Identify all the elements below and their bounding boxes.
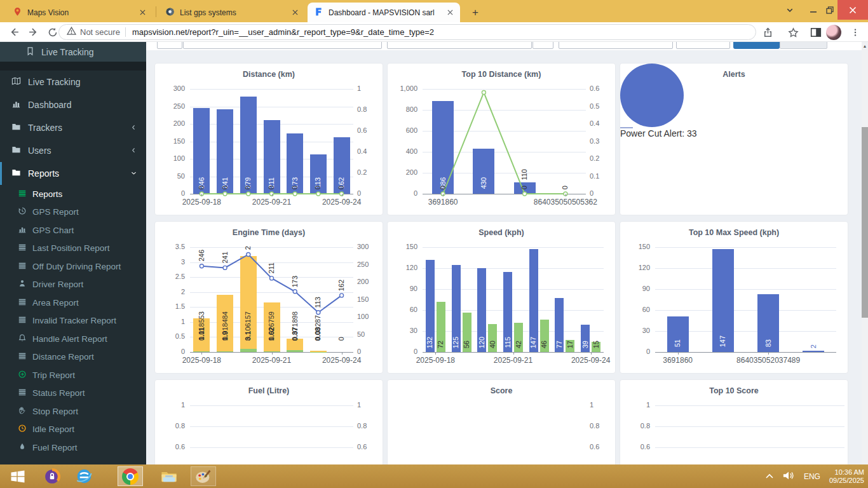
sidebar-item-trackers[interactable]: Trackers bbox=[0, 116, 146, 139]
page-scrollbar[interactable]: ▲ bbox=[862, 42, 868, 464]
data-label: 0 bbox=[560, 186, 570, 189]
sidebar-subitem-distance-report[interactable]: Distance Report bbox=[0, 348, 146, 367]
chart-card-speed: Speed (kph)15012090603001327212556120401… bbox=[387, 221, 616, 374]
language-indicator[interactable]: ENG bbox=[804, 472, 820, 481]
omnibox-divider bbox=[125, 27, 126, 37]
back-icon[interactable] bbox=[6, 24, 22, 40]
tab-list-gps-systems[interactable]: List gps systems bbox=[159, 3, 305, 22]
data-label: 39 bbox=[581, 341, 590, 348]
security-app-icon[interactable] bbox=[39, 466, 65, 486]
sidebar-item-users[interactable]: Users bbox=[0, 139, 146, 162]
tab-divider bbox=[156, 6, 156, 17]
x-axis-label: 2025-09-24 bbox=[297, 198, 383, 207]
sidebar-subitem-idle-report[interactable]: Idle Report bbox=[0, 421, 146, 439]
menu-kebab-icon[interactable] bbox=[848, 25, 863, 40]
sidebar-item-live-tracking[interactable]: Live Tracking bbox=[0, 71, 146, 93]
internet-explorer-icon[interactable] bbox=[71, 466, 97, 486]
browser-tab-strip: Maps Vision List gps systems Dashboard -… bbox=[0, 0, 868, 22]
list-icon bbox=[18, 243, 27, 254]
x-axis-label: 3691860 bbox=[634, 356, 722, 365]
tab-close-icon[interactable] bbox=[137, 8, 147, 18]
data-label: 246 bbox=[197, 250, 207, 261]
chrome-icon[interactable] bbox=[118, 466, 143, 486]
share-icon[interactable] bbox=[760, 25, 775, 40]
new-tab-button[interactable]: + bbox=[468, 5, 483, 20]
line-series-zero-line bbox=[155, 64, 383, 215]
address-bar[interactable]: Not secure mapsvision.net/report?r_uin=_… bbox=[58, 24, 756, 40]
tab-close-icon[interactable] bbox=[290, 8, 300, 18]
tab-dashboard-active[interactable]: Dashboard - MAPSVISION sarl bbox=[308, 3, 460, 22]
filter-secondary-button[interactable] bbox=[780, 42, 827, 49]
data-label: 17 bbox=[566, 341, 575, 348]
sidebar-subitem-driver-report[interactable]: Driver Report bbox=[0, 276, 146, 294]
sidebar-subitem-gps-report[interactable]: GPS Report bbox=[0, 203, 146, 222]
sidebar-header[interactable]: Live Tracking bbox=[0, 42, 146, 62]
list-icon bbox=[18, 261, 27, 272]
scrollbar-thumb[interactable] bbox=[862, 127, 868, 318]
chart-plot[interactable]: 30025020015010050010.80.60.40.2024624127… bbox=[155, 64, 383, 215]
sidebar-subitem-trip-report[interactable]: Trip Report bbox=[0, 366, 146, 384]
maps-vision-favicon bbox=[13, 7, 22, 18]
profile-avatar[interactable] bbox=[826, 25, 841, 40]
speaker-icon[interactable] bbox=[782, 470, 795, 484]
left-axis-tick: 0.8 bbox=[155, 422, 185, 431]
sidebar-subitem-off-duty-driving-report[interactable]: Off Duty Driving Report bbox=[0, 257, 146, 276]
filter-input[interactable] bbox=[532, 42, 553, 49]
bookmark-star-icon[interactable] bbox=[785, 25, 801, 40]
list-icon bbox=[18, 351, 27, 362]
chart-plot[interactable]: 1501209060300132721255612040115421474677… bbox=[388, 222, 616, 374]
chart-plot[interactable]: Power Cut Alert: 33 bbox=[620, 64, 848, 215]
file-explorer-icon[interactable] bbox=[156, 466, 182, 486]
screen: { "browser": { "tabs": [ {"title": "Maps… bbox=[0, 0, 868, 488]
forward-icon[interactable] bbox=[25, 24, 41, 40]
x-axis-label: 3691860 bbox=[398, 198, 487, 207]
scroll-up-arrow-icon[interactable]: ▲ bbox=[862, 44, 868, 48]
blue-f-favicon bbox=[314, 7, 323, 18]
chart-plot[interactable]: 1501209060300511478323691860864035052037… bbox=[620, 222, 848, 374]
sidebar-subitem-invalid-tracker-report[interactable]: Invalid Tracker Report bbox=[0, 312, 146, 330]
data-label: 42 bbox=[514, 341, 524, 348]
tab-maps-vision[interactable]: Maps Vision bbox=[6, 3, 153, 22]
filter-input[interactable] bbox=[676, 42, 730, 49]
grid-line bbox=[190, 447, 353, 448]
chart-card-top10-score: Top 10 Score10.80.6 bbox=[620, 379, 848, 464]
sidebar-subitem-reports[interactable]: Reports bbox=[0, 185, 146, 203]
chart-plot[interactable]: 10.80.6 bbox=[388, 380, 616, 464]
filter-input[interactable] bbox=[559, 42, 673, 49]
paint-icon[interactable] bbox=[191, 466, 216, 486]
side-panel-icon[interactable] bbox=[808, 25, 824, 40]
start-button[interactable] bbox=[5, 466, 31, 486]
filter-submit-button[interactable] bbox=[733, 42, 780, 49]
sidebar-subitem-area-report[interactable]: Area Report bbox=[0, 294, 146, 312]
minimize-button[interactable] bbox=[804, 0, 822, 20]
sidebar-subitem-stop-report[interactable]: Stop Report bbox=[0, 402, 146, 421]
chart-card-fuel: Fuel (Litre)10.80.610.80.6 bbox=[154, 379, 383, 464]
list-icon bbox=[18, 297, 27, 308]
chart-plot[interactable]: 1,00080060040020000.60.50.40.30.20.10886… bbox=[388, 64, 616, 215]
filter-input[interactable] bbox=[387, 42, 532, 49]
restore-button[interactable] bbox=[822, 0, 837, 20]
sidebar-subitem-gps-chart[interactable]: GPS Chart bbox=[0, 221, 146, 240]
data-label: 120 bbox=[477, 337, 487, 348]
sidebar-subitem-fuel-report[interactable]: Fuel Report bbox=[0, 438, 146, 457]
grid-line bbox=[423, 247, 604, 248]
close-button[interactable] bbox=[837, 0, 868, 20]
chart-plot[interactable]: 3.532.521.510.503002502001501005000.0185… bbox=[155, 222, 383, 374]
chart-plot[interactable]: 10.80.6 bbox=[620, 380, 848, 464]
sidebar-subitem-handle-alert-report[interactable]: Handle Alert Report bbox=[0, 330, 146, 348]
clock[interactable]: 10:36 AM 09/25/2025 bbox=[829, 468, 864, 485]
filter-input[interactable] bbox=[157, 42, 182, 49]
tab-search-chevron-icon[interactable] bbox=[780, 0, 799, 20]
sidebar-item-dashboard[interactable]: Dashboard bbox=[0, 93, 146, 116]
tab-close-icon[interactable] bbox=[445, 8, 455, 18]
sidebar-subitem-last-position-report[interactable]: Last Position Report bbox=[0, 240, 146, 258]
grid-line bbox=[423, 289, 604, 290]
sidebar: Live Tracking Live TrackingDashboardTrac… bbox=[0, 42, 146, 464]
chart-plot[interactable]: 10.80.610.80.6 bbox=[155, 380, 383, 464]
hidden-icons-arrow-icon[interactable] bbox=[766, 471, 773, 482]
data-label: 0 bbox=[520, 186, 529, 189]
sidebar-item-reports[interactable]: Reports bbox=[0, 162, 146, 185]
filter-input[interactable] bbox=[183, 42, 382, 49]
grid-line bbox=[423, 331, 604, 332]
sidebar-subitem-status-report[interactable]: Status Report bbox=[0, 384, 146, 403]
